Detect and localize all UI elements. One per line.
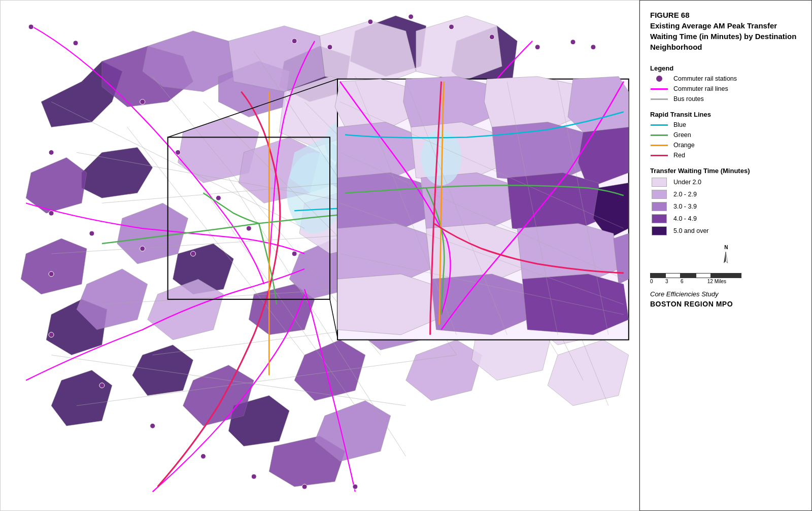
scale-seg-0 — [650, 273, 665, 278]
transfer-wait-header: Transfer Waiting Time (Minutes) — [650, 167, 801, 175]
green-line-symbol — [650, 134, 668, 136]
legend-5-over: 5.0 and over — [650, 226, 801, 235]
2-2.9-symbol — [650, 190, 668, 199]
under-2-label: Under 2.0 — [673, 179, 701, 186]
svg-point-121 — [140, 246, 145, 251]
legend-4-4.9: 4.0 - 4.9 — [650, 214, 801, 223]
svg-point-113 — [49, 332, 54, 337]
scale-seg-2 — [681, 273, 696, 278]
legend-green-line: Green — [650, 131, 801, 139]
scale-label-3: 12 Miles — [696, 279, 726, 284]
scale-label-1: 3 — [665, 279, 681, 284]
north-arrow: N — [650, 244, 801, 269]
orange-line-line — [651, 145, 668, 146]
svg-point-129 — [535, 45, 540, 50]
commuter-stations-label: Commuter rail stations — [673, 75, 737, 82]
legend-2-2.9: 2.0 - 2.9 — [650, 190, 801, 199]
2-2.9-box — [652, 190, 667, 199]
red-line-symbol — [650, 155, 668, 156]
commuter-lines-symbol — [650, 88, 668, 90]
commuter-station-dot — [656, 76, 662, 82]
scale-labels: 0 3 6 12 Miles — [650, 279, 726, 284]
svg-point-111 — [49, 211, 54, 216]
svg-point-103 — [28, 24, 33, 29]
footer-bold: BOSTON REGION MPO — [650, 300, 801, 308]
svg-point-124 — [327, 45, 332, 50]
legend-commuter-lines: Commuter rail lines — [650, 85, 801, 92]
svg-point-127 — [449, 24, 454, 29]
legend-panel: FIGURE 68 Existing Average AM Peak Trans… — [639, 0, 812, 511]
footer-italic: Core Efficiencies Study — [650, 290, 801, 298]
scale-bar: 0 3 6 12 Miles — [650, 271, 801, 284]
svg-point-122 — [191, 251, 196, 256]
legend-commuter-stations: Commuter rail stations — [650, 75, 801, 82]
svg-point-117 — [251, 474, 256, 479]
svg-point-115 — [150, 423, 155, 428]
rapid-transit-header: Rapid Transit Lines — [650, 111, 801, 118]
svg-point-107 — [216, 195, 221, 200]
3-3.9-label: 3.0 - 3.9 — [673, 203, 697, 210]
legend-3-3.9: 3.0 - 3.9 — [650, 202, 801, 211]
scale-seg-3 — [696, 273, 711, 278]
legend-orange-line: Orange — [650, 142, 801, 149]
orange-line-symbol — [650, 145, 668, 146]
svg-marker-87 — [337, 223, 431, 284]
orange-line-label: Orange — [673, 142, 695, 149]
svg-marker-91 — [337, 274, 436, 335]
4-4.9-box — [652, 214, 667, 223]
scale-label-2: 6 — [681, 279, 696, 284]
scale-bar-graphic — [650, 271, 741, 278]
svg-point-119 — [353, 484, 358, 489]
svg-point-105 — [140, 99, 145, 105]
green-line-label: Green — [673, 131, 691, 139]
svg-point-131 — [591, 45, 596, 50]
3-3.9-symbol — [650, 202, 668, 211]
red-line-line — [651, 155, 668, 156]
legend-bus-routes: Bus routes — [650, 95, 801, 103]
svg-point-104 — [73, 41, 78, 46]
map-area — [0, 0, 639, 511]
svg-marker-85 — [507, 173, 603, 233]
blue-line-label: Blue — [673, 121, 686, 128]
svg-point-114 — [99, 383, 105, 388]
commuter-stations-symbol — [650, 76, 668, 82]
commuter-lines-label: Commuter rail lines — [673, 85, 728, 92]
figure-number: FIGURE 68 — [650, 11, 690, 19]
svg-marker-89 — [517, 223, 619, 284]
svg-point-106 — [176, 150, 181, 155]
figure-title: FIGURE 68 Existing Average AM Peak Trans… — [650, 10, 801, 52]
svg-point-123 — [292, 39, 297, 44]
bus-routes-line — [651, 98, 668, 100]
svg-point-120 — [89, 231, 94, 236]
commuter-lines-line — [651, 88, 668, 90]
map-svg — [1, 1, 639, 510]
bus-routes-label: Bus routes — [673, 95, 704, 103]
legend-red-line: Red — [650, 152, 801, 159]
red-line-label: Red — [673, 152, 685, 159]
scale-label-0: 0 — [650, 279, 665, 284]
svg-point-130 — [570, 40, 576, 45]
legend-header: Legend — [650, 64, 801, 72]
figure-description: Existing Average AM Peak Transfer Waitin… — [650, 21, 796, 51]
svg-point-116 — [200, 454, 206, 459]
svg-text:N: N — [724, 245, 728, 250]
2-2.9-label: 2.0 - 2.9 — [673, 191, 697, 198]
svg-point-109 — [292, 251, 297, 256]
svg-point-126 — [409, 14, 414, 19]
5-over-label: 5.0 and over — [673, 227, 709, 234]
under-2-symbol — [650, 178, 668, 187]
under-2-box — [652, 178, 667, 187]
blue-line-symbol — [650, 124, 668, 126]
svg-point-108 — [246, 226, 251, 231]
5-over-symbol — [650, 226, 668, 235]
svg-marker-134 — [726, 252, 728, 263]
legend-blue-line: Blue — [650, 121, 801, 128]
3-3.9-box — [652, 202, 667, 211]
svg-point-112 — [49, 271, 54, 277]
svg-point-128 — [489, 35, 494, 40]
scale-seg-4 — [711, 273, 741, 278]
5-over-box — [652, 226, 667, 235]
bus-routes-symbol — [650, 98, 668, 100]
scale-seg-1 — [665, 273, 681, 278]
svg-point-110 — [49, 150, 54, 155]
